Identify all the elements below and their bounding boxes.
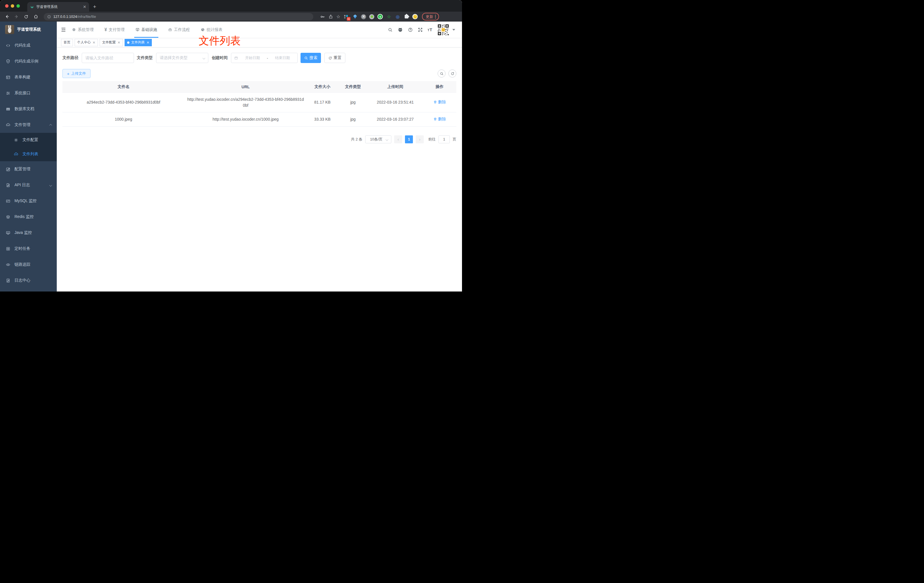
new-tab-button[interactable]: + (93, 2, 96, 12)
tab-strip: 芋道管理系统 ✕ + (0, 0, 462, 12)
help-icon[interactable] (408, 27, 413, 32)
chevron-down-icon (386, 138, 388, 141)
tab-close-icon[interactable]: ✕ (83, 5, 86, 9)
extensions-puzzle-icon[interactable] (404, 14, 409, 20)
reset-button[interactable]: 重置 (324, 53, 345, 63)
minimize-window-button[interactable] (11, 4, 14, 8)
date-separator: - (267, 56, 268, 60)
topnav-item-system[interactable]: 系统管理 (72, 21, 94, 38)
cell-upload-time: 2022-03-16 23:51:41 (368, 92, 423, 112)
topnav-item-workflow[interactable]: 工作流程 (168, 21, 190, 38)
sidebar-item-file-management[interactable]: 文件管理 (0, 117, 57, 133)
file-table: 文件名 URL 文件大小 文件类型 上传时间 操作 a294ecb2-73dd-… (63, 81, 456, 127)
date-range-picker[interactable]: 开始日期 - 结束日期 (231, 53, 298, 63)
forward-icon[interactable] (13, 13, 20, 20)
sidebar-item-db-doc[interactable]: 数据库文档 (0, 101, 57, 117)
back-icon[interactable] (3, 13, 11, 20)
sidebar-item-code-example[interactable]: 代码生成示例 (0, 53, 57, 69)
sidebar-item-redis-monitor[interactable]: Redis 监控 (0, 209, 57, 225)
header-actions: 操作 (423, 81, 456, 92)
briefcase-icon (168, 28, 172, 32)
next-page-button[interactable]: › (416, 135, 424, 143)
extension-gem-icon[interactable] (352, 14, 358, 20)
close-icon[interactable]: ✕ (92, 41, 95, 45)
sidebar-item-system-api[interactable]: 系统接口 (0, 85, 57, 101)
maximize-window-button[interactable] (16, 4, 20, 8)
goto-label: 前往 (428, 137, 436, 142)
close-window-button[interactable] (5, 4, 8, 8)
logo-avatar (5, 25, 14, 34)
sidebar-item-trace[interactable]: 链路追踪 (0, 257, 57, 273)
table-row: a294ecb2-73dd-4353-bf40-296b8931d0bf htt… (63, 92, 456, 112)
tag-file-config[interactable]: 文件配置 ✕ (100, 39, 123, 46)
sidebar: 芋道管理系统 代码生成 代码生成示例 表单构建 系统接口 数据库文档 (0, 21, 57, 292)
github-icon[interactable] (398, 27, 403, 32)
tag-file-list[interactable]: 文件列表 ✕ (125, 39, 152, 46)
file-management-submenu: 文件配置 文件列表 (0, 133, 57, 161)
app-logo[interactable]: 芋道管理系统 (0, 21, 57, 38)
browser-tab[interactable]: 芋道管理系统 ✕ (27, 2, 89, 12)
avatar-caret-icon[interactable] (452, 29, 455, 31)
topnav-item-infrastructure[interactable]: 基础设施 (135, 21, 157, 38)
topnav-item-payment[interactable]: ¥ 支付管理 (104, 21, 125, 38)
extension-command-icon[interactable]: ⌘ (361, 14, 366, 19)
top-navbar: 系统管理 ¥ 支付管理 基础设施 工作流程 (57, 21, 462, 38)
extension-y-icon[interactable]: y (378, 14, 383, 19)
tag-home[interactable]: 首页 (61, 39, 73, 46)
font-size-icon[interactable]: TT (428, 27, 432, 32)
profile-emoji-icon[interactable] (412, 14, 418, 19)
home-icon[interactable] (32, 13, 40, 20)
sidebar-item-file-list[interactable]: 文件列表 (0, 147, 57, 161)
toggle-search-button[interactable] (437, 69, 446, 78)
goto-page-input[interactable] (439, 135, 450, 143)
avatar[interactable] (437, 24, 449, 36)
sidebar-item-form-builder[interactable]: 表单构建 (0, 69, 57, 85)
password-key-icon[interactable] (320, 14, 325, 19)
sidebar-item-mysql-monitor[interactable]: MySQL 监控 (0, 193, 57, 209)
plus-icon: + (67, 71, 69, 76)
sidebar-item-java-monitor[interactable]: Java 监控 (0, 225, 57, 241)
fullscreen-icon[interactable] (418, 27, 423, 32)
extension-target-icon[interactable]: ◎ (395, 14, 401, 20)
extension-dot-icon[interactable] (369, 14, 374, 19)
sidebar-item-api-log[interactable]: API 日志 (0, 177, 57, 193)
document-edit-icon (6, 183, 10, 188)
close-icon[interactable]: ✕ (147, 41, 149, 45)
sidebar-collapse-icon[interactable] (61, 27, 66, 32)
address-bar[interactable]: 127.0.0.1:1024/infra/file/file (44, 13, 313, 20)
extension-star-icon[interactable]: ☆ (386, 14, 392, 20)
extension-pin-icon[interactable]: 11 (343, 14, 349, 20)
current-page-button[interactable]: 1 (405, 135, 413, 143)
search-icon[interactable] (388, 27, 393, 32)
active-dot (127, 41, 129, 44)
delete-button[interactable]: 删除 (433, 116, 446, 122)
upload-file-button[interactable]: + 上传文件 (63, 69, 91, 78)
file-type-select[interactable]: 请选择文件类型 (156, 53, 208, 63)
bookmark-star-icon[interactable]: ☆ (336, 15, 340, 19)
tag-profile[interactable]: 个人中心 ✕ (75, 39, 98, 46)
browser-update-button[interactable]: 更新 (422, 13, 439, 20)
page-size-select[interactable]: 10条/页 (365, 135, 391, 143)
reload-icon[interactable] (22, 13, 30, 20)
search-button[interactable]: 搜索 (300, 53, 321, 63)
share-icon[interactable] (328, 14, 333, 19)
delete-button[interactable]: 删除 (433, 99, 446, 105)
table-options (437, 69, 456, 78)
close-icon[interactable]: ✕ (117, 41, 120, 45)
prev-page-button[interactable]: ‹ (394, 135, 402, 143)
sidebar-item-config-management[interactable]: 配置管理 (0, 161, 57, 177)
file-path-label: 文件路径 (63, 55, 78, 61)
layers-icon (6, 215, 10, 220)
sidebar-item-code-generation[interactable]: 代码生成 (0, 38, 57, 53)
browser-menu-kebab-icon[interactable] (435, 15, 436, 18)
header-file-size: 文件大小 (307, 81, 338, 92)
cell-file-type: jpg (338, 112, 368, 126)
extension-badge: 11 (347, 17, 351, 21)
sidebar-item-cron-job[interactable]: 定时任务 (0, 241, 57, 257)
site-info-icon[interactable] (47, 15, 51, 19)
refresh-table-button[interactable] (449, 69, 456, 78)
file-path-input[interactable] (82, 53, 134, 63)
sidebar-item-log-center[interactable]: 日志中心 (0, 273, 57, 288)
sidebar-item-file-config[interactable]: 文件配置 (0, 133, 57, 147)
eye-icon (6, 262, 10, 267)
